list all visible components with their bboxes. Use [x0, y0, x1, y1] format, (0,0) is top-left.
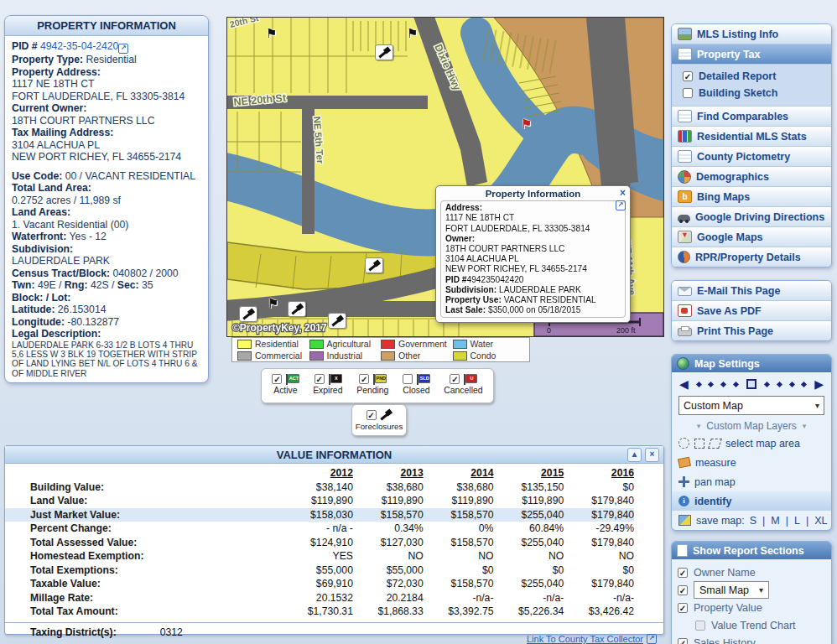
value-cell: YES — [283, 550, 353, 562]
field-label: Current Owner: — [12, 102, 86, 114]
chevron-down-icon: ▾ — [697, 422, 701, 430]
zoom-level-dot[interactable] — [696, 381, 702, 387]
external-link-icon[interactable]: ↗ — [616, 200, 626, 210]
section-checkbox[interactable] — [678, 585, 688, 595]
zoom-level-dot[interactable] — [720, 381, 726, 387]
field-value: 35 — [142, 279, 153, 291]
action-print-this-page[interactable]: Print This Page — [672, 321, 831, 340]
zoom-level-dot[interactable] — [733, 381, 739, 387]
active-checkbox[interactable] — [272, 374, 282, 384]
zoom-level-dot[interactable] — [764, 381, 770, 387]
rect-select-icon[interactable] — [694, 439, 704, 449]
zoom-level-dot[interactable] — [777, 381, 782, 387]
sidebar-item-find-comparables[interactable]: Find Comparables — [672, 106, 831, 127]
report-section-owner-name[interactable]: Owner Name — [678, 564, 825, 581]
status-filter-closed[interactable]: SLDClosed — [403, 372, 429, 402]
report-section-property-value[interactable]: Property Value — [678, 599, 825, 616]
report-section-small-map[interactable]: Small Map▾ — [678, 581, 825, 599]
tool-pan[interactable]: pan map — [672, 472, 831, 491]
cancelled-checkbox[interactable] — [450, 374, 460, 384]
sidebar-item-label: Bing Maps — [697, 191, 750, 203]
foreclosures-filter[interactable]: Foreclosures — [351, 404, 407, 436]
section-checkbox[interactable] — [678, 603, 688, 613]
report-section-value-trend-chart[interactable]: Value Trend Chart — [678, 616, 825, 634]
expired-checkbox[interactable] — [315, 374, 325, 384]
save-map-size-l[interactable]: L — [794, 515, 800, 527]
action-e-mail-this-page[interactable]: E-Mail This Page — [672, 281, 831, 301]
sidebar-subitem-detailed-report[interactable]: Detailed Report — [683, 68, 831, 85]
lasso-select-icon[interactable] — [708, 439, 722, 449]
zoom-level-dot[interactable] — [788, 381, 794, 387]
sidebar-subitem-building-sketch[interactable]: Building Sketch — [683, 85, 831, 101]
circle-select-icon[interactable] — [678, 438, 689, 449]
sidebar-item-mls-listing-info[interactable]: MLS Listing Info — [672, 24, 831, 44]
expired-flag-marker[interactable]: ⚑ — [268, 296, 278, 311]
save-map-size-s[interactable]: S — [750, 515, 756, 527]
foreclosures-checkbox[interactable] — [367, 410, 377, 420]
close-panel-icon[interactable]: × — [645, 448, 659, 462]
external-link-icon[interactable]: ↗ — [118, 44, 128, 54]
field-value: 49E / — [38, 279, 65, 291]
foreclosure-marker[interactable] — [365, 257, 383, 273]
sidebar-item-county-pictometry[interactable]: County Pictometry — [672, 147, 831, 167]
zoom-out-arrow-icon[interactable]: ◀ — [679, 378, 689, 390]
status-filter-cancelled[interactable]: UCancelled — [444, 372, 482, 402]
close-icon[interactable]: × — [620, 188, 626, 198]
section-checkbox[interactable] — [678, 568, 688, 578]
action-save-as-pdf[interactable]: Save As PDF — [672, 301, 831, 321]
gmaps-icon — [678, 231, 692, 243]
sidebar-item-residential-mls-stats[interactable]: Residential MLS Stats — [672, 127, 831, 147]
collapse-panel-icon[interactable]: ▲ — [627, 448, 642, 462]
status-filter-expired[interactable]: XExpired — [313, 372, 342, 402]
sidebar-item-google-driving-directions[interactable]: Google Driving Directions — [672, 207, 831, 227]
building-sketch-checkbox[interactable] — [683, 88, 693, 98]
status-filter-pending[interactable]: PNDPending — [356, 372, 388, 402]
status-filter-active[interactable]: ACTActive — [272, 372, 299, 402]
detailed-report-checkbox[interactable] — [683, 71, 693, 81]
foreclosure-marker[interactable] — [328, 313, 346, 329]
sidebar-item-property-tax[interactable]: Property Tax — [672, 44, 831, 65]
row-label: Millage Rate: — [5, 592, 283, 604]
foreclosure-marker[interactable] — [288, 301, 306, 317]
tool-save[interactable]: save map:S|M|L|XL — [672, 511, 831, 530]
zoom-level-dot[interactable] — [708, 381, 714, 387]
map-type-dropdown[interactable]: Custom Map ▾ — [678, 396, 824, 415]
pid-link[interactable]: 4942-35-04-2420 — [40, 40, 119, 52]
small-map-dropdown[interactable]: Small Map▾ — [694, 581, 769, 599]
tool-select[interactable]: select map area — [672, 434, 831, 453]
custom-map-layers-toggle[interactable]: ▾ Custom Map Layers ▾ — [672, 418, 831, 434]
report-section-sales-history[interactable]: Sales History — [678, 634, 825, 644]
foreclosure-marker[interactable] — [375, 44, 393, 60]
sidebar-item-rpr-property-details[interactable]: RPR/Property Details — [672, 247, 831, 267]
zoom-slider-handle[interactable] — [746, 379, 756, 389]
sidebar-item-google-maps[interactable]: Google Maps — [672, 227, 831, 247]
field-label: Total Land Area: — [12, 182, 91, 194]
tool-identify[interactable]: iidentify — [672, 491, 831, 511]
tool-label: identify — [694, 496, 731, 507]
legend-label: Residential — [255, 339, 299, 349]
foreclosure-marker[interactable] — [239, 306, 257, 322]
year-header: 2015 — [493, 467, 564, 479]
table-row: Land Value:$119,890$119,890$119,890$119,… — [5, 494, 634, 508]
section-checkbox[interactable] — [678, 638, 688, 644]
expired-flag-marker[interactable]: ⚑ — [266, 26, 277, 41]
tool-measure[interactable]: measure — [672, 453, 831, 472]
sidebar-item-bing-maps[interactable]: bBing Maps — [672, 187, 831, 207]
sidebar-item-demographics[interactable]: Demographics — [672, 167, 831, 187]
field-label: Block: / Lot: — [12, 292, 70, 304]
field-value: 494235042420 — [466, 275, 523, 284]
pending-checkbox[interactable] — [359, 374, 369, 384]
save-map-size-m[interactable]: M — [771, 515, 779, 527]
cancelled-flag-marker[interactable]: ⚑ — [521, 117, 532, 132]
zoom-in-arrow-icon[interactable]: ▶ — [814, 378, 824, 390]
separator: | — [806, 515, 808, 527]
expired-flag-marker[interactable]: ⚑ — [407, 26, 418, 41]
county-tax-collector-link[interactable]: Link To County Tax Collector ↗ — [527, 634, 657, 644]
closed-checkbox[interactable] — [403, 374, 413, 384]
section-checkbox[interactable] — [695, 621, 705, 631]
zoom-level-dot[interactable] — [801, 381, 807, 387]
chevron-down-icon: ▾ — [815, 401, 819, 410]
parcel-map[interactable]: 0 200 ft NE 20th St NE 5th Ter Dixie Hwy… — [226, 17, 664, 337]
field-label: Tax Mailing Address: — [12, 127, 113, 138]
save-map-size-xl[interactable]: XL — [814, 515, 827, 527]
